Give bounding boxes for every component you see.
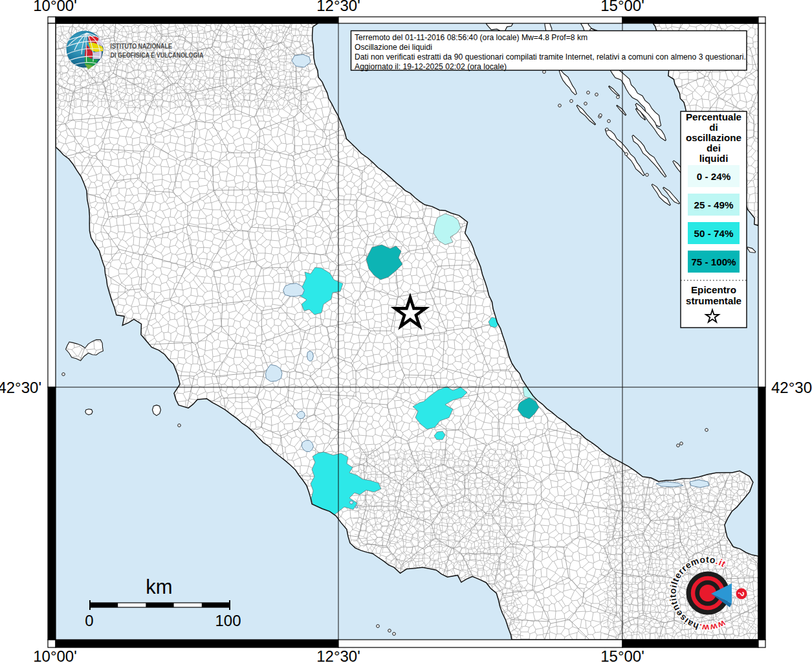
svg-text:Dati non verificati estratti d: Dati non verificati estratti da 90 quest… (355, 52, 746, 62)
svg-text:0: 0 (85, 612, 93, 629)
svg-text:15°00': 15°00' (600, 0, 644, 14)
svg-text:liquidi: liquidi (699, 153, 729, 164)
svg-text:12°30': 12°30' (316, 0, 360, 14)
svg-text:oscillazione: oscillazione (686, 132, 741, 143)
svg-text:15°00': 15°00' (600, 647, 644, 663)
svg-text:Epicentro: Epicentro (691, 284, 736, 295)
svg-text:0 - 24%: 0 - 24% (697, 171, 731, 182)
svg-text:di: di (709, 122, 718, 133)
svg-text:50 - 74%: 50 - 74% (694, 228, 734, 239)
svg-text:100: 100 (215, 612, 241, 629)
svg-text:42°30': 42°30' (771, 379, 812, 396)
svg-text:Oscillazione dei liquidi: Oscillazione dei liquidi (355, 43, 432, 52)
svg-text:dei: dei (707, 142, 721, 153)
svg-text:75 - 100%: 75 - 100% (691, 256, 736, 267)
svg-text:12°30': 12°30' (316, 647, 360, 663)
svg-text:Percentuale: Percentuale (686, 111, 741, 122)
svg-text:ISTITUTO NAZIONALE: ISTITUTO NAZIONALE (111, 42, 172, 50)
svg-text:km: km (146, 576, 172, 598)
svg-text:Aggiornato il: 19-12-2025 02:0: Aggiornato il: 19-12-2025 02:02 (ora loc… (355, 62, 507, 71)
svg-text:42°30': 42°30' (0, 379, 41, 396)
svg-text:25 - 49%: 25 - 49% (694, 199, 734, 210)
svg-text:10°00': 10°00' (33, 0, 77, 14)
svg-text:strumentale: strumentale (686, 295, 741, 306)
svg-text:10°00': 10°00' (33, 647, 77, 663)
svg-text:Terremoto del 01-11-2016 08:56: Terremoto del 01-11-2016 08:56:40 (ora l… (355, 33, 587, 42)
svg-text:DI GEOFISICA E VULCANOLOGIA: DI GEOFISICA E VULCANOLOGIA (111, 51, 204, 59)
